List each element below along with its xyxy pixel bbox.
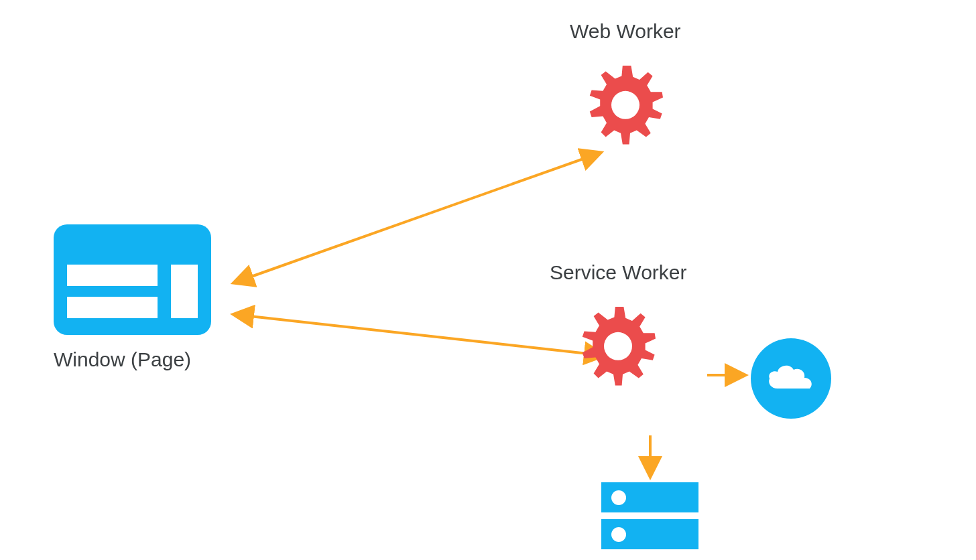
- cloud-icon: [764, 362, 818, 395]
- window-page-icon: [54, 224, 211, 335]
- svg-point-2: [611, 91, 639, 119]
- cloud-node: [751, 338, 831, 419]
- web-worker-node: Web Worker: [570, 20, 681, 150]
- storage-unit-icon: [601, 482, 698, 512]
- service-worker-label: Service Worker: [550, 261, 687, 284]
- service-worker-gear-icon: [571, 297, 665, 391]
- window-page-label: Window (Page): [54, 348, 211, 371]
- storage-node: [601, 482, 698, 556]
- window-page-node: Window (Page): [54, 224, 211, 371]
- arrow-window-serviceworker: [238, 315, 600, 355]
- worker-architecture-diagram: Window (Page) Web Worker Service Worker: [0, 0, 976, 560]
- web-worker-label: Web Worker: [570, 20, 681, 43]
- service-worker-node: Service Worker: [550, 261, 687, 391]
- arrow-window-webworker: [238, 154, 597, 281]
- storage-unit-icon: [601, 519, 698, 549]
- web-worker-gear-icon: [578, 56, 672, 150]
- svg-point-3: [604, 332, 632, 360]
